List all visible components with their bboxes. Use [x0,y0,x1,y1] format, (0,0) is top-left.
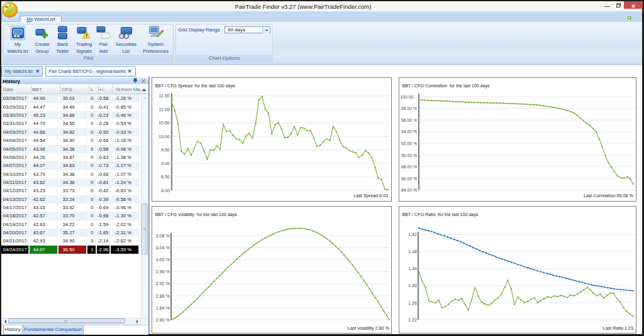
svg-text:3.04 %: 3.04 % [156,245,170,251]
svg-text:10.00: 10.00 [158,134,170,139]
svg-text:11.00: 11.00 [159,107,170,112]
svg-text:2.92 %: 2.92 % [156,281,170,286]
svg-text:98.00 %: 98.00 % [401,106,417,111]
svg-text:BBT / CFG Ratio for the last: BBT / CFG Ratio for the last 100 days [402,212,479,217]
svg-text:BBT / CFG Volatility for the: BBT / CFG Volatility for the last 100 da… [155,212,238,217]
svg-text:1.38: 1.38 [408,249,417,254]
svg-text:3.08 %: 3.08 % [156,233,170,239]
svg-text:86.00 %: 86.00 % [401,176,417,181]
svg-text:BBT / CFG Spread for the last: BBT / CFG Spread for the last 100 days [155,84,236,89]
svg-text:2.84 %: 2.84 % [156,305,170,311]
svg-text:8.00: 8.00 [161,188,170,193]
svg-text:Last Correlation 85.06 %: Last Correlation 85.06 % [584,193,634,198]
svg-text:1.34: 1.34 [408,266,417,271]
svg-text:1.26: 1.26 [408,300,417,306]
svg-text:88.00 %: 88.00 % [401,165,417,169]
svg-text:8.50: 8.50 [161,174,170,180]
svg-text:11.50: 11.50 [159,93,170,99]
svg-text:10.50: 10.50 [158,120,170,126]
svg-text:1.42: 1.42 [408,232,417,237]
svg-text:2.96 %: 2.96 % [156,269,170,274]
svg-text:Last Spread 8.03: Last Spread 8.03 [353,193,388,198]
svg-text:94.00 %: 94.00 % [401,129,417,134]
svg-text:Last Ratio 1.23: Last Ratio 1.23 [603,325,633,331]
svg-text:9.00: 9.00 [161,161,170,166]
svg-text:1.22: 1.22 [408,317,417,323]
svg-text:1.30: 1.30 [408,283,417,288]
svg-text:3.00 %: 3.00 % [156,257,170,263]
svg-text:Last Volatility 2.80 %: Last Volatility 2.80 % [348,325,390,331]
svg-text:100.00...: 100.00... [401,95,418,99]
svg-text:2.80 %: 2.80 % [156,317,170,323]
svg-text:2.88 %: 2.88 % [156,293,170,299]
svg-text:BBT / CFG Correlation for the: BBT / CFG Correlation for the last 100 d… [402,84,490,89]
svg-text:92.00 %: 92.00 % [401,141,417,146]
svg-text:84.00 %: 84.00 % [401,188,417,192]
svg-text:96.00 %: 96.00 % [401,118,417,122]
svg-text:90.00 %: 90.00 % [401,153,417,158]
svg-text:9.50: 9.50 [161,147,170,153]
